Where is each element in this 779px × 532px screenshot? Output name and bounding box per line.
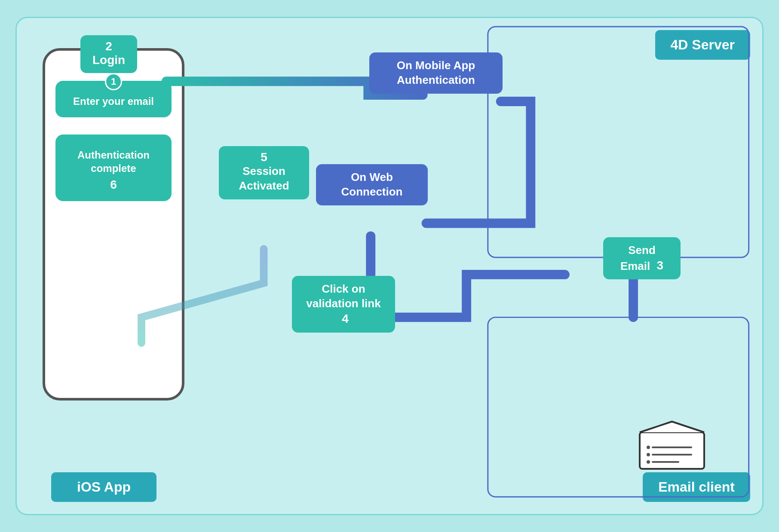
svg-rect-2 (640, 432, 704, 469)
click-validation-text: Click on validation link (306, 282, 380, 310)
web-connection-badge: On Web Connection (316, 164, 428, 205)
svg-point-8 (647, 460, 650, 464)
enter-email-card: 1 Enter your email (55, 81, 172, 117)
svg-point-6 (647, 446, 650, 449)
login-step-number: 2 (92, 40, 125, 53)
send-email-text: Send Email (620, 244, 656, 272)
main-diagram: 2 Login 1 Enter your email Authenticatio… (15, 17, 764, 515)
svg-rect-0 (488, 27, 749, 257)
step6-num: 6 (63, 178, 164, 192)
svg-rect-1 (488, 317, 749, 497)
send-email-badge: Send Email 3 (603, 237, 681, 279)
step5-num: 5 (231, 150, 297, 164)
session-activated-badge: 5 Session Activated (219, 146, 309, 199)
ios-app-label: iOS App (51, 472, 156, 502)
auth-complete-card: Authentication complete 6 (55, 135, 172, 201)
svg-point-7 (647, 453, 650, 456)
step3-num: 3 (657, 258, 664, 273)
server-label: 4D Server (655, 30, 750, 60)
validation-link-badge: Click on validation link 4 (292, 276, 395, 333)
login-step: 2 Login (80, 35, 137, 73)
mobile-auth-badge: On Mobile App Authentication (369, 52, 503, 94)
enter-email-text: Enter your email (63, 95, 164, 108)
step1-badge: 1 (105, 73, 122, 90)
email-client-label: Email client (643, 472, 750, 502)
session-activated-text: Session Activated (231, 164, 297, 193)
login-step-label: Login (92, 53, 125, 67)
auth-complete-text: Authentication complete (63, 148, 164, 175)
step4-num: 4 (342, 311, 349, 327)
envelope-icon (638, 419, 706, 471)
phone-device: 1 Enter your email Authentication comple… (43, 48, 184, 401)
